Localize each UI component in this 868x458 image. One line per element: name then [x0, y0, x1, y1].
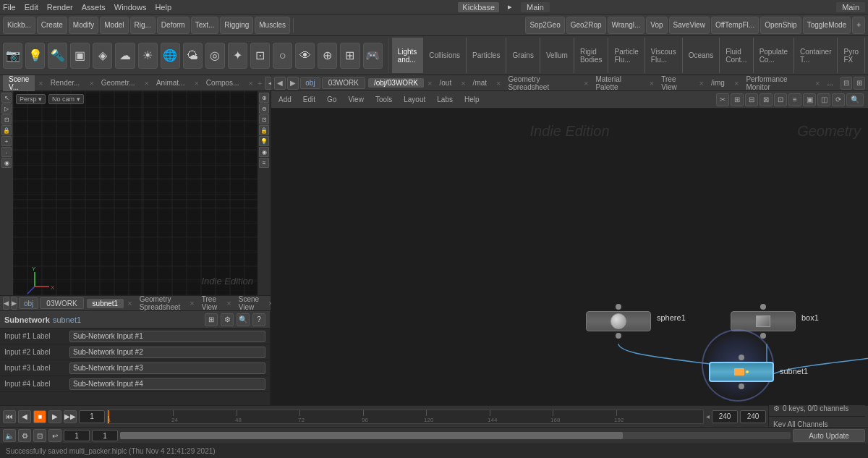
tb-deform[interactable]: Deform — [157, 17, 190, 34]
icon-spotlight[interactable]: 🔦 — [48, 43, 67, 69]
ltool-select[interactable]: ↖ — [1, 93, 12, 103]
menu-file[interactable]: File — [3, 3, 16, 12]
rtab-out[interactable]: /out — [433, 78, 457, 88]
rh-icon1[interactable]: ⊟ — [841, 77, 852, 90]
prop-value-1[interactable]: Sub-Network Input #2 — [69, 347, 265, 358]
tab-render[interactable]: Render... — [45, 78, 86, 88]
rtab-objwork[interactable]: /obj/03WORK — [368, 78, 424, 88]
ltool-lock[interactable]: 🔒 — [1, 125, 12, 135]
tb-vop[interactable]: Vop — [646, 17, 667, 34]
tl-play[interactable]: ▶ — [48, 410, 61, 423]
rtab-close5[interactable]: × — [699, 79, 704, 88]
rnet-icon-pane[interactable]: ▣ — [803, 93, 816, 106]
tab-oceans[interactable]: Oceans — [683, 38, 720, 73]
tab-lights[interactable]: Lights and... — [392, 38, 424, 73]
persp-btn[interactable]: Persp ▾ — [16, 94, 46, 104]
rh-objname[interactable]: 03WORK — [322, 77, 365, 89]
btab-close1[interactable]: × — [190, 299, 194, 308]
rtab-matpal[interactable]: Material Palette — [590, 75, 645, 91]
rtab-close0[interactable]: × — [427, 79, 432, 88]
rtool-layout[interactable]: Layout — [401, 95, 428, 104]
icon-gilight[interactable]: ◎ — [205, 43, 225, 69]
btab-geospread[interactable]: Geometry Spreadsheet — [134, 294, 187, 312]
audio-frame-in[interactable] — [64, 430, 90, 441]
icon-vrcam[interactable]: ⊕ — [318, 43, 337, 69]
node-subnet1[interactable] — [709, 355, 774, 389]
tab-viscous[interactable]: Viscous Flu... — [645, 38, 683, 73]
rt-tool1[interactable]: ⊕ — [259, 93, 269, 103]
tl-prev[interactable]: ◀ — [18, 410, 31, 423]
tb-offtempfl[interactable]: OffTempFl... — [711, 17, 759, 34]
rtab-more[interactable]: ... — [821, 78, 838, 88]
btab-scene[interactable]: Scene View — [233, 294, 265, 312]
rnet-icon-grid1[interactable]: ⊠ — [760, 93, 773, 106]
tb-muscles[interactable]: Muscles — [255, 17, 290, 34]
node-box1-box[interactable] — [731, 311, 796, 331]
rt-tool3[interactable]: ⊡ — [259, 114, 269, 124]
rtab-close1[interactable]: × — [461, 79, 465, 88]
rtab-perfmon[interactable]: Performance Monitor — [740, 75, 812, 91]
btab-obj[interactable]: obj — [19, 297, 38, 309]
menu-edit[interactable]: Edit — [25, 3, 38, 12]
rtool-tools[interactable]: Tools — [373, 95, 395, 104]
tab-close-scene[interactable]: × — [38, 79, 43, 88]
audio-btn2[interactable]: ⚙ — [18, 429, 31, 442]
nocam-btn[interactable]: No cam ▾ — [48, 94, 84, 104]
tb-rigging[interactable]: Rigging — [220, 17, 253, 34]
rtool-labs[interactable]: Labs — [434, 95, 456, 104]
ltool-play[interactable]: ▷ — [1, 103, 12, 114]
icon-volumelight[interactable]: ☁ — [115, 43, 135, 69]
tab-compos[interactable]: Compos... — [200, 78, 245, 88]
ltool-add[interactable]: + — [1, 136, 12, 146]
tab-geom[interactable]: Geometr... — [95, 78, 141, 88]
btab-close2[interactable]: × — [226, 299, 231, 308]
tl-skip-start[interactable]: ⏮ — [3, 410, 16, 423]
icon-geolight[interactable]: ◈ — [93, 43, 112, 69]
icon-skylight[interactable]: 🌤 — [183, 43, 203, 69]
ltool-sub[interactable]: - — [1, 147, 12, 157]
audio-btn1[interactable]: 🔈 — [3, 429, 16, 442]
ltool-circle[interactable]: ◉ — [1, 158, 12, 168]
rtool-help[interactable]: Help — [461, 95, 482, 104]
tb-saveview[interactable]: SaveView — [669, 17, 710, 34]
icon-pointlight[interactable]: 💡 — [25, 43, 45, 69]
tab-grains[interactable]: Grains — [506, 38, 540, 73]
tb-create[interactable]: Create — [37, 17, 67, 34]
tab-particles[interactable]: Particles — [467, 38, 506, 73]
rnet-icon-list[interactable]: ≡ — [788, 93, 801, 106]
tab-anim[interactable]: Animat... — [150, 78, 190, 88]
icon-arealight[interactable]: ▣ — [70, 43, 90, 69]
tab-add-viewport[interactable]: + — [258, 79, 262, 88]
icon-stereocam[interactable]: 👁 — [295, 43, 315, 69]
audio-slider[interactable] — [120, 432, 791, 439]
btab-objname[interactable]: 03WORK — [40, 297, 83, 309]
tab-rigid[interactable]: Rigid Bodies — [574, 38, 609, 73]
rh-obj[interactable]: obj — [300, 77, 320, 89]
tb-geo2rop[interactable]: Geo2Rop — [566, 17, 606, 34]
tab-close-render[interactable]: × — [89, 79, 93, 88]
rtab-tree[interactable]: Tree View — [655, 75, 695, 91]
tb-wrangl[interactable]: Wrangl... — [608, 17, 645, 34]
rnet-icon-zoom[interactable]: 🔍 — [846, 93, 864, 106]
menu-assets[interactable]: Assets — [82, 3, 106, 12]
audio-btn3[interactable]: ⊡ — [33, 429, 46, 442]
rtab-close3[interactable]: × — [584, 79, 588, 88]
tab-close-geom[interactable]: × — [145, 79, 149, 88]
tb-model[interactable]: Model — [100, 17, 128, 34]
icon-distantlight[interactable]: ☀ — [138, 43, 158, 69]
btab-close0[interactable]: × — [127, 299, 132, 308]
timeline-ruler[interactable]: 1 24 48 72 96 120 144 168 192 — [107, 410, 704, 424]
net-sync[interactable]: ⊞ — [205, 313, 218, 326]
auto-update-btn[interactable]: Auto Update — [793, 429, 865, 442]
rtab-geospread[interactable]: Geometry Spreadsheet — [503, 75, 580, 91]
menu-render[interactable]: Render — [47, 3, 73, 12]
tab-collisions[interactable]: Collisions — [423, 38, 467, 73]
node-sphere1-box[interactable] — [586, 311, 651, 331]
tl-frame-input[interactable] — [79, 410, 105, 423]
rtab-mat[interactable]: /mat — [467, 78, 493, 88]
rnet-icon-grid2[interactable]: ⊡ — [774, 93, 787, 106]
rh-icon2[interactable]: ⊞ — [854, 77, 865, 90]
tb-kickb[interactable]: Kickb... — [3, 17, 35, 34]
tab-close-compos[interactable]: × — [248, 79, 252, 88]
node-subnet1-box[interactable] — [709, 362, 774, 382]
